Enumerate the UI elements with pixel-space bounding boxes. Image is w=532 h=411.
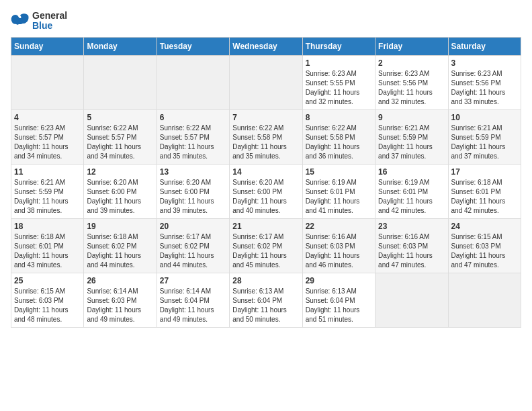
day-info: Sunrise: 6:21 AMSunset: 5:59 PMDaylight:… (378, 124, 445, 161)
header-day-wednesday: Wednesday (230, 37, 302, 55)
day-number: 25 (14, 276, 81, 285)
header-day-friday: Friday (375, 37, 448, 55)
calendar-cell: 22Sunrise: 6:16 AMSunset: 6:03 PMDayligh… (302, 218, 375, 273)
day-info: Sunrise: 6:23 AMSunset: 5:55 PMDaylight:… (306, 69, 372, 107)
day-number: 9 (378, 113, 445, 122)
day-number: 5 (87, 113, 153, 122)
header-day-saturday: Saturday (448, 37, 521, 55)
day-number: 15 (306, 167, 372, 177)
calendar-week-3: 11Sunrise: 6:21 AMSunset: 5:59 PMDayligh… (11, 164, 521, 218)
calendar-cell: 9Sunrise: 6:21 AMSunset: 5:59 PMDaylight… (375, 109, 448, 164)
calendar-cell: 26Sunrise: 6:14 AMSunset: 6:03 PMDayligh… (84, 273, 157, 327)
day-info: Sunrise: 6:18 AMSunset: 6:01 PMDaylight:… (451, 178, 518, 216)
day-info: Sunrise: 6:14 AMSunset: 6:03 PMDaylight:… (87, 287, 153, 324)
day-info: Sunrise: 6:18 AMSunset: 6:01 PMDaylight:… (14, 232, 81, 270)
day-info: Sunrise: 6:22 AMSunset: 5:57 PMDaylight:… (87, 124, 153, 161)
calendar-cell: 11Sunrise: 6:21 AMSunset: 5:59 PMDayligh… (11, 164, 84, 218)
day-info: Sunrise: 6:17 AMSunset: 6:02 PMDaylight:… (232, 232, 299, 270)
logo-blue-text: Blue (32, 21, 67, 31)
calendar-cell: 12Sunrise: 6:20 AMSunset: 6:00 PMDayligh… (84, 164, 157, 218)
day-number: 17 (451, 167, 518, 177)
calendar-week-2: 4Sunrise: 6:23 AMSunset: 5:57 PMDaylight… (11, 109, 521, 164)
calendar-cell: 29Sunrise: 6:13 AMSunset: 6:04 PMDayligh… (302, 273, 375, 327)
day-info: Sunrise: 6:15 AMSunset: 6:03 PMDaylight:… (451, 232, 518, 270)
day-info: Sunrise: 6:18 AMSunset: 6:02 PMDaylight:… (87, 232, 153, 270)
calendar-cell (84, 55, 157, 109)
day-info: Sunrise: 6:15 AMSunset: 6:03 PMDaylight:… (14, 287, 81, 324)
day-number: 6 (160, 113, 226, 122)
calendar-week-4: 18Sunrise: 6:18 AMSunset: 6:01 PMDayligh… (11, 218, 521, 273)
day-number: 26 (87, 276, 153, 285)
logo-icon (11, 11, 30, 30)
header-day-sunday: Sunday (11, 37, 84, 55)
calendar-cell: 27Sunrise: 6:14 AMSunset: 6:04 PMDayligh… (157, 273, 229, 327)
day-number: 11 (14, 167, 81, 177)
logo-container: General Blue (11, 11, 67, 32)
day-number: 16 (378, 167, 445, 177)
calendar-header: SundayMondayTuesdayWednesdayThursdayFrid… (11, 37, 521, 55)
day-number: 18 (14, 222, 81, 231)
day-number: 1 (306, 58, 372, 68)
day-number: 27 (160, 276, 226, 285)
day-info: Sunrise: 6:21 AMSunset: 5:59 PMDaylight:… (451, 124, 518, 161)
day-number: 7 (232, 113, 299, 122)
calendar-cell: 16Sunrise: 6:19 AMSunset: 6:01 PMDayligh… (375, 164, 448, 218)
calendar-week-5: 25Sunrise: 6:15 AMSunset: 6:03 PMDayligh… (11, 273, 521, 327)
calendar-cell (11, 55, 84, 109)
day-number: 3 (451, 58, 518, 68)
day-info: Sunrise: 6:21 AMSunset: 5:59 PMDaylight:… (14, 178, 81, 216)
day-info: Sunrise: 6:14 AMSunset: 6:04 PMDaylight:… (160, 287, 226, 324)
day-number: 4 (14, 113, 81, 122)
calendar-cell: 5Sunrise: 6:22 AMSunset: 5:57 PMDaylight… (84, 109, 157, 164)
calendar-cell: 15Sunrise: 6:19 AMSunset: 6:01 PMDayligh… (302, 164, 375, 218)
calendar-cell: 2Sunrise: 6:23 AMSunset: 5:56 PMDaylight… (375, 55, 448, 109)
calendar-cell: 23Sunrise: 6:16 AMSunset: 6:03 PMDayligh… (375, 218, 448, 273)
header-day-thursday: Thursday (302, 37, 375, 55)
day-number: 29 (306, 276, 372, 285)
day-number: 28 (232, 276, 299, 285)
logo-general-text: General (32, 11, 67, 21)
day-number: 14 (232, 167, 299, 177)
day-info: Sunrise: 6:13 AMSunset: 6:04 PMDaylight:… (232, 287, 299, 324)
day-info: Sunrise: 6:22 AMSunset: 5:58 PMDaylight:… (306, 124, 372, 161)
calendar-week-1: 1Sunrise: 6:23 AMSunset: 5:55 PMDaylight… (11, 55, 521, 109)
day-info: Sunrise: 6:22 AMSunset: 5:58 PMDaylight:… (232, 124, 299, 161)
day-info: Sunrise: 6:19 AMSunset: 6:01 PMDaylight:… (306, 178, 372, 216)
day-number: 2 (378, 58, 445, 68)
day-number: 10 (451, 113, 518, 122)
calendar-cell: 3Sunrise: 6:23 AMSunset: 5:56 PMDaylight… (448, 55, 521, 109)
day-info: Sunrise: 6:16 AMSunset: 6:03 PMDaylight:… (378, 232, 445, 270)
calendar-cell: 13Sunrise: 6:20 AMSunset: 6:00 PMDayligh… (157, 164, 229, 218)
calendar-table: SundayMondayTuesdayWednesdayThursdayFrid… (11, 37, 521, 328)
day-number: 23 (378, 222, 445, 231)
calendar-cell: 14Sunrise: 6:20 AMSunset: 6:00 PMDayligh… (230, 164, 302, 218)
day-number: 24 (451, 222, 518, 231)
calendar-cell: 7Sunrise: 6:22 AMSunset: 5:58 PMDaylight… (230, 109, 302, 164)
day-info: Sunrise: 6:17 AMSunset: 6:02 PMDaylight:… (160, 232, 226, 270)
calendar-cell: 10Sunrise: 6:21 AMSunset: 5:59 PMDayligh… (448, 109, 521, 164)
day-info: Sunrise: 6:23 AMSunset: 5:56 PMDaylight:… (378, 69, 445, 107)
header: General Blue (11, 11, 521, 32)
day-info: Sunrise: 6:20 AMSunset: 6:00 PMDaylight:… (232, 178, 299, 216)
calendar-cell: 21Sunrise: 6:17 AMSunset: 6:02 PMDayligh… (230, 218, 302, 273)
calendar-cell: 6Sunrise: 6:22 AMSunset: 5:57 PMDaylight… (157, 109, 229, 164)
day-info: Sunrise: 6:20 AMSunset: 6:00 PMDaylight:… (87, 178, 153, 216)
day-number: 22 (306, 222, 372, 231)
day-info: Sunrise: 6:23 AMSunset: 5:57 PMDaylight:… (14, 124, 81, 161)
day-info: Sunrise: 6:16 AMSunset: 6:03 PMDaylight:… (306, 232, 372, 270)
calendar-cell (375, 273, 448, 327)
header-day-monday: Monday (84, 37, 157, 55)
day-info: Sunrise: 6:22 AMSunset: 5:57 PMDaylight:… (160, 124, 226, 161)
header-day-tuesday: Tuesday (157, 37, 229, 55)
calendar-cell: 17Sunrise: 6:18 AMSunset: 6:01 PMDayligh… (448, 164, 521, 218)
day-number: 8 (306, 113, 372, 122)
day-number: 20 (160, 222, 226, 231)
day-info: Sunrise: 6:19 AMSunset: 6:01 PMDaylight:… (378, 178, 445, 216)
calendar-cell: 19Sunrise: 6:18 AMSunset: 6:02 PMDayligh… (84, 218, 157, 273)
calendar-cell: 4Sunrise: 6:23 AMSunset: 5:57 PMDaylight… (11, 109, 84, 164)
calendar-cell: 18Sunrise: 6:18 AMSunset: 6:01 PMDayligh… (11, 218, 84, 273)
calendar-cell (230, 55, 302, 109)
day-number: 13 (160, 167, 226, 177)
calendar-cell: 24Sunrise: 6:15 AMSunset: 6:03 PMDayligh… (448, 218, 521, 273)
header-row: SundayMondayTuesdayWednesdayThursdayFrid… (11, 37, 521, 55)
